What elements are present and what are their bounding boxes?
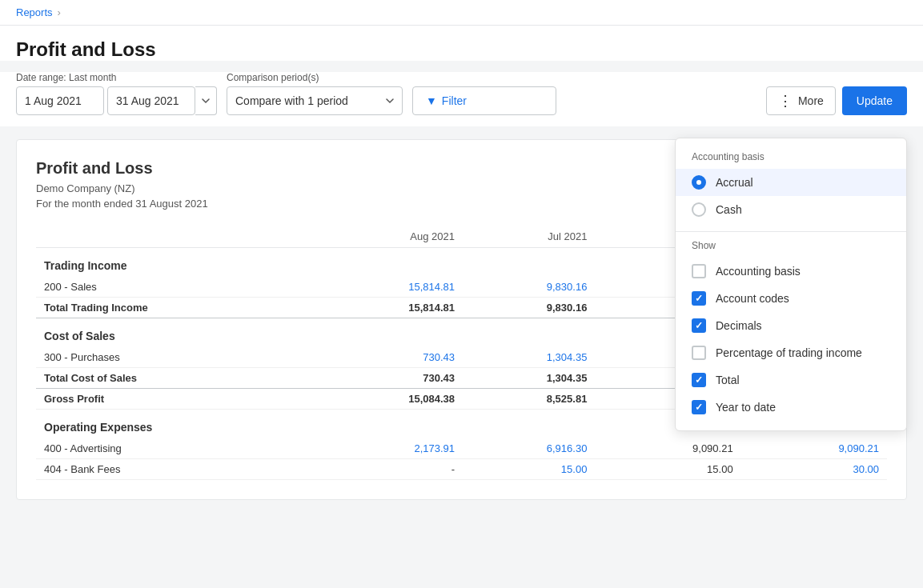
show-accounting-basis-label: Accounting basis bbox=[716, 265, 801, 278]
filter-icon: ▼ bbox=[426, 94, 437, 107]
date-dropdown-btn[interactable] bbox=[195, 86, 217, 115]
bank-fees-total: 15.00 bbox=[595, 459, 740, 480]
show-account-codes-label: Account codes bbox=[716, 292, 789, 305]
comparison-dropdown-btn[interactable]: Compare with 1 period bbox=[227, 86, 403, 115]
accrual-label: Accrual bbox=[716, 176, 753, 189]
date-start-input[interactable] bbox=[16, 86, 104, 115]
chevron-down-icon bbox=[202, 97, 210, 105]
advertising-label: 400 - Advertising bbox=[36, 438, 317, 459]
filter-label: Filter bbox=[442, 94, 467, 107]
chevron-down-icon bbox=[386, 97, 394, 105]
advertising-ytd-link[interactable]: 9,090.21 bbox=[838, 442, 879, 454]
show-ytd-label: Year to date bbox=[716, 401, 776, 414]
ytd-checkbox: ✓ bbox=[692, 400, 706, 414]
cash-radio bbox=[692, 202, 706, 217]
breadcrumb-bar: Reports › bbox=[0, 0, 923, 26]
more-label: More bbox=[798, 94, 824, 107]
show-accounting-basis-option[interactable]: Accounting basis bbox=[676, 258, 906, 285]
cash-option[interactable]: Cash bbox=[676, 196, 906, 223]
show-account-codes-option[interactable]: ✓ Account codes bbox=[676, 285, 906, 312]
account-codes-checkbox: ✓ bbox=[692, 291, 706, 306]
total-checkbox: ✓ bbox=[692, 373, 706, 387]
filter-btn[interactable]: ▼ Filter bbox=[412, 86, 556, 115]
advertising-total: 9,090.21 bbox=[595, 438, 740, 459]
comparison-label: Comparison period(s) bbox=[227, 72, 403, 83]
page-title: Profit and Loss bbox=[16, 38, 907, 61]
show-decimals-label: Decimals bbox=[716, 319, 762, 332]
accrual-option[interactable]: Accrual bbox=[676, 169, 906, 196]
table-row: 400 - Advertising 2,173.91 6,916.30 9,09… bbox=[36, 438, 887, 459]
sales-label: 200 - Sales bbox=[36, 277, 317, 298]
breadcrumb-separator: › bbox=[58, 6, 61, 18]
sales-jul-link[interactable]: 9,830.16 bbox=[547, 281, 588, 293]
purchases-aug-link[interactable]: 730.43 bbox=[423, 351, 455, 363]
more-panel: Accounting basis Accrual Cash Show Accou… bbox=[675, 138, 907, 431]
table-row: 404 - Bank Fees - 15.00 15.00 30.00 bbox=[36, 459, 887, 480]
date-end-input[interactable] bbox=[107, 86, 195, 115]
accounting-basis-checkbox bbox=[692, 264, 706, 278]
show-decimals-option[interactable]: ✓ Decimals bbox=[676, 312, 906, 339]
bank-fees-ytd-link[interactable]: 30.00 bbox=[853, 463, 879, 475]
bank-fees-aug: - bbox=[317, 459, 463, 480]
show-total-label: Total bbox=[716, 374, 740, 386]
advertising-aug-link[interactable]: 2,173.91 bbox=[414, 442, 455, 454]
comparison-group: Comparison period(s) Compare with 1 peri… bbox=[227, 72, 403, 115]
date-range-group: Date range: Last month bbox=[16, 72, 217, 115]
date-range-label: Date range: Last month bbox=[16, 72, 217, 83]
percentage-checkbox bbox=[692, 346, 706, 360]
show-percentage-option[interactable]: Percentage of trading income bbox=[676, 339, 906, 366]
accounting-basis-label: Accounting basis bbox=[676, 151, 906, 169]
show-percentage-label: Percentage of trading income bbox=[716, 346, 862, 359]
breadcrumb-reports-link[interactable]: Reports bbox=[16, 6, 53, 18]
cash-label: Cash bbox=[716, 203, 742, 216]
purchases-label: 300 - Purchases bbox=[36, 347, 317, 368]
purchases-jul-link[interactable]: 1,304.35 bbox=[547, 351, 588, 363]
advertising-jul-link[interactable]: 6,916.30 bbox=[547, 442, 588, 454]
col-header-label bbox=[36, 226, 317, 248]
show-label: Show bbox=[676, 240, 906, 258]
accrual-radio bbox=[692, 175, 706, 190]
comparison-value: Compare with 1 period bbox=[235, 94, 348, 107]
more-icon: ⋮ bbox=[778, 92, 793, 110]
update-btn[interactable]: Update bbox=[842, 86, 907, 115]
show-ytd-option[interactable]: ✓ Year to date bbox=[676, 394, 906, 421]
bank-fees-jul-link[interactable]: 15.00 bbox=[561, 463, 588, 475]
bank-fees-label: 404 - Bank Fees bbox=[36, 459, 317, 480]
show-total-option[interactable]: ✓ Total bbox=[676, 366, 906, 394]
sales-aug-link[interactable]: 15,814.81 bbox=[408, 281, 455, 293]
more-btn[interactable]: ⋮ More bbox=[766, 86, 836, 115]
col-header-aug: Aug 2021 bbox=[317, 226, 463, 248]
decimals-checkbox: ✓ bbox=[692, 318, 706, 333]
col-header-jul: Jul 2021 bbox=[463, 226, 595, 248]
